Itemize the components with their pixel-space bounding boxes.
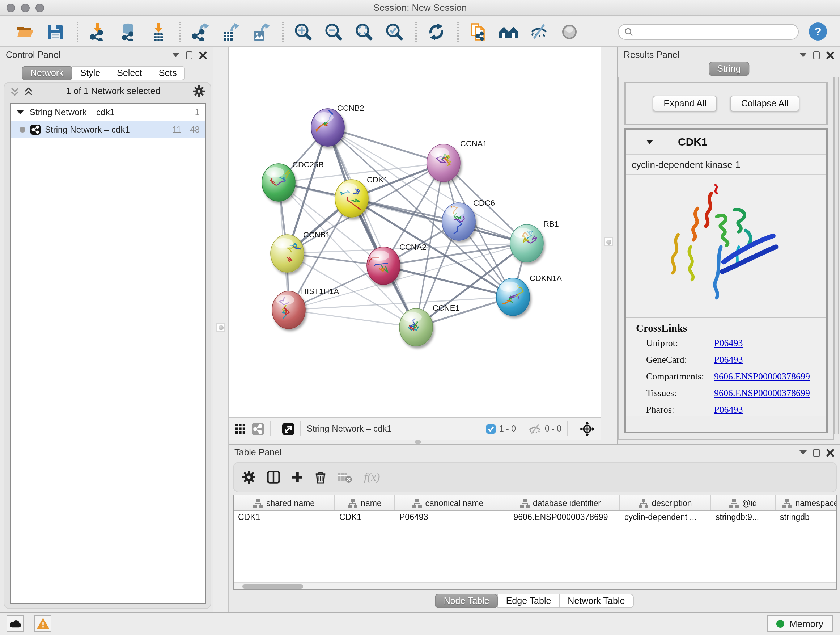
tab-network-table[interactable]: Network Table: [559, 594, 633, 608]
crosslink-label: Pharos:: [646, 404, 714, 416]
zoom-out-button[interactable]: [323, 21, 344, 42]
close-panel-icon[interactable]: [826, 51, 834, 59]
column-header-shared-name[interactable]: shared name: [234, 495, 335, 510]
network-node-CDKN1A[interactable]: CDKN1A: [496, 274, 562, 316]
help-button[interactable]: ?: [809, 22, 827, 41]
close-panel-icon[interactable]: [826, 448, 834, 456]
network-canvas[interactable]: CCNB2CCNA1CDC25BCDK1CDC6RB1CCNB1CCNA2CDK…: [229, 47, 600, 417]
open-session-button[interactable]: [14, 21, 36, 42]
scrollbar-thumb[interactable]: [242, 584, 303, 588]
float-panel-icon[interactable]: [813, 51, 820, 59]
results-scrollbar[interactable]: [834, 77, 838, 434]
export-network-button[interactable]: [189, 21, 211, 42]
collapse-all-icon[interactable]: [10, 87, 19, 96]
memory-button[interactable]: Memory: [767, 616, 833, 632]
add-column-button[interactable]: [292, 471, 303, 483]
grid-view-button[interactable]: [234, 423, 246, 434]
table-row[interactable]: CDK1 CDK1 P06493 9606.ENSP00000378699 cy…: [234, 511, 836, 525]
network-view-title: String Network – cdk1: [307, 424, 392, 434]
column-header-name[interactable]: name: [335, 495, 395, 510]
hide-selected-button[interactable]: [528, 21, 550, 42]
collapse-panel-icon[interactable]: [799, 53, 807, 57]
table-toolbar: f(x): [233, 462, 837, 492]
refresh-icon: [427, 22, 446, 41]
network-collection-row[interactable]: String Network – cdk1 1: [11, 103, 205, 121]
collapse-panel-icon[interactable]: [799, 450, 807, 455]
column-header-id[interactable]: @id: [711, 495, 775, 510]
edge-count: 48: [190, 125, 200, 135]
column-header-description[interactable]: description: [620, 495, 711, 510]
tab-select[interactable]: Select: [108, 66, 151, 80]
gear-icon[interactable]: [193, 86, 205, 97]
network-node-CDK1[interactable]: CDK1: [335, 175, 388, 217]
expand-all-icon[interactable]: [24, 87, 33, 96]
left-splitter-handle[interactable]: [216, 323, 225, 332]
import-network-file-button[interactable]: [87, 21, 109, 42]
close-panel-icon[interactable]: [199, 51, 207, 59]
network-node-CDC25B[interactable]: CDC25B: [262, 160, 324, 201]
tree-expand-icon[interactable]: [17, 110, 24, 114]
tab-network[interactable]: Network: [22, 66, 73, 80]
expand-all-button[interactable]: Expand All: [653, 96, 717, 111]
node-count: 11: [172, 125, 181, 135]
column-header-database-identifier[interactable]: database identifier: [501, 495, 620, 510]
zoom-in-button[interactable]: [292, 21, 314, 42]
node-label-CDK1: CDK1: [367, 175, 388, 184]
save-session-button[interactable]: [45, 21, 66, 42]
refresh-button[interactable]: [425, 21, 447, 42]
collapse-all-button[interactable]: Collapse All: [730, 96, 799, 111]
hidden-eye-icon[interactable]: [528, 423, 541, 434]
search-box[interactable]: [618, 24, 799, 40]
detach-view-button[interactable]: [282, 423, 294, 435]
delete-table-button[interactable]: [338, 471, 352, 483]
network-node-CDC6[interactable]: CDC6: [442, 198, 495, 241]
zoom-fit-button[interactable]: [353, 21, 375, 42]
fit-content-crosshair-icon[interactable]: [579, 421, 595, 436]
tab-node-table[interactable]: Node Table: [435, 594, 498, 608]
crosslink-link[interactable]: 9606.ENSP00000378699: [714, 371, 810, 382]
table-settings-button[interactable]: [242, 470, 256, 484]
zoom-selected-button[interactable]: [384, 21, 405, 42]
function-builder-button[interactable]: f(x): [364, 470, 380, 484]
selected-counts: 1 - 0: [499, 424, 516, 433]
node-label-HIST1H1A: HIST1H1A: [301, 287, 339, 296]
crosslink-link[interactable]: P06493: [714, 337, 743, 349]
delete-column-button[interactable]: [315, 470, 326, 484]
share-document-button[interactable]: [467, 21, 489, 42]
horizontal-splitter[interactable]: [229, 440, 600, 444]
tab-edge-table[interactable]: Edge Table: [497, 594, 560, 608]
node-result-header[interactable]: CDK1: [626, 130, 826, 154]
crosslink-link[interactable]: 9606.ENSP00000378699: [714, 387, 810, 399]
right-splitter-handle[interactable]: [604, 238, 613, 246]
first-neighbors-button[interactable]: [498, 21, 519, 42]
network-node-RB1[interactable]: RB1: [510, 219, 559, 262]
cloud-status-button[interactable]: [6, 616, 24, 632]
network-row-selected[interactable]: String Network – cdk1 11 48: [11, 121, 205, 138]
collapse-panel-icon[interactable]: [172, 53, 180, 57]
export-image-button[interactable]: [250, 21, 272, 42]
float-panel-icon[interactable]: [813, 448, 820, 456]
table-horizontal-scrollbar[interactable]: [234, 582, 836, 589]
network-node-CCNB2[interactable]: CCNB2: [311, 103, 364, 146]
show-columns-button[interactable]: [267, 470, 280, 484]
cell-id: stringdb:9...: [711, 511, 775, 525]
network-view-share-icon[interactable]: [252, 423, 264, 435]
zoom-in-icon: [294, 22, 313, 41]
import-table-button[interactable]: [148, 21, 169, 42]
crosslink-link[interactable]: P06493: [714, 404, 743, 416]
network-tree: String Network – cdk1 1 String Network –…: [10, 103, 206, 604]
selected-checkbox-icon[interactable]: [486, 424, 496, 433]
tab-style[interactable]: Style: [72, 66, 109, 80]
collapse-entry-icon[interactable]: [646, 139, 653, 144]
warning-status-button[interactable]: [34, 616, 51, 632]
show-all-button[interactable]: [559, 21, 580, 42]
export-table-button[interactable]: [220, 21, 242, 42]
search-input[interactable]: [637, 26, 792, 37]
float-panel-icon[interactable]: [186, 51, 193, 59]
column-header-namespace[interactable]: namespace: [775, 495, 837, 510]
tab-string[interactable]: String: [708, 62, 749, 76]
column-header-canonical-name[interactable]: canonical name: [395, 495, 501, 510]
tab-sets[interactable]: Sets: [150, 66, 186, 80]
crosslink-link[interactable]: P06493: [714, 354, 743, 366]
import-network-database-button[interactable]: [117, 21, 139, 42]
